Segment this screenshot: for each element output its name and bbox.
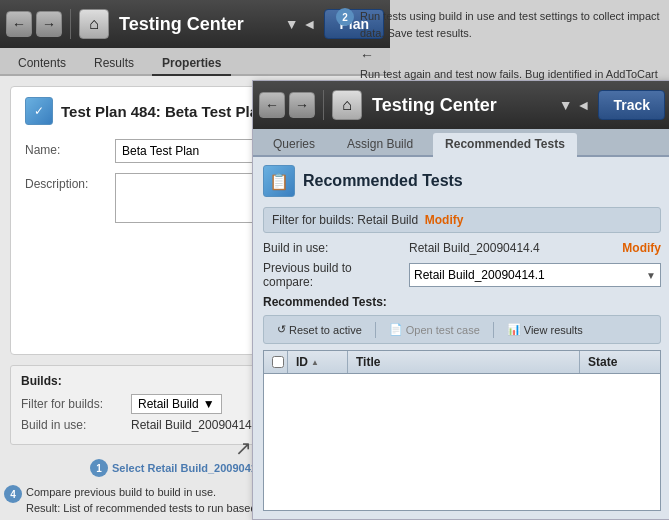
prev-build-row: Previous build to compare: Retail Build_…: [263, 261, 661, 289]
back-button[interactable]: ←: [6, 11, 32, 37]
right-panel: ← → ⌂ Testing Center ▼ ◄ Track Queries A…: [252, 80, 669, 520]
callout-2-line1: Run tests using build in use and test se…: [360, 8, 664, 41]
right-toolbar: ← → ⌂ Testing Center ▼ ◄ Track: [253, 81, 669, 129]
filter-builds-value: Retail Build: [138, 397, 199, 411]
reset-icon: ↺: [277, 323, 286, 336]
card-title: Test Plan 484: Beta Test Plan: [61, 103, 267, 120]
th-id-label: ID: [296, 355, 308, 369]
right-toolbar-nav[interactable]: ◄: [577, 97, 591, 113]
callout-1-circle: 1: [90, 459, 108, 477]
tab-contents[interactable]: Contents: [8, 52, 76, 76]
callout-1-text: Select Retail Build_20090414.1: [112, 462, 272, 474]
rec-title: Recommended Tests: [303, 172, 463, 190]
open-test-label: Open test case: [406, 324, 480, 336]
right-toolbar-separator: [323, 90, 324, 120]
build-in-use-label: Build in use:: [263, 241, 403, 255]
rec-tests-label: Recommended Tests:: [263, 295, 661, 309]
name-label: Name:: [25, 139, 115, 157]
th-state[interactable]: State: [580, 351, 660, 373]
right-toolbar-title: Testing Center: [372, 95, 555, 116]
track-badge: Track: [598, 90, 665, 120]
sort-arrow: ▲: [311, 358, 319, 367]
prev-build-dropdown-arrow: ▼: [646, 270, 656, 281]
tab-assign-build[interactable]: Assign Build: [335, 133, 425, 157]
right-home-button[interactable]: ⌂: [332, 90, 362, 120]
test-plan-icon: [25, 97, 53, 125]
callout-2-arrow: ←: [360, 45, 664, 66]
filter-bar-text: Filter for builds: Retail Build: [272, 213, 418, 227]
table-header: ID ▲ Title State: [264, 351, 660, 374]
rec-table: ID ▲ Title State: [263, 350, 661, 511]
prev-build-label: Previous build to compare:: [263, 261, 403, 289]
th-title-label: Title: [356, 355, 380, 369]
left-toolbar-title: Testing Center: [119, 14, 281, 35]
right-toolbar-dropdown[interactable]: ▼: [559, 97, 573, 113]
action-separator-1: [375, 322, 376, 338]
filter-bar: Filter for builds: Retail Build Modify: [263, 207, 661, 233]
toolbar-separator: [70, 9, 71, 39]
toolbar-dropdown-arrow[interactable]: ▼: [285, 16, 299, 32]
reset-label: Reset to active: [289, 324, 362, 336]
reset-active-button[interactable]: ↺ Reset to active: [270, 320, 369, 339]
open-test-icon: 📄: [389, 323, 403, 336]
th-id[interactable]: ID ▲: [288, 351, 348, 373]
action-separator-2: [493, 322, 494, 338]
build-in-use-value: Retail Build_20090414.4: [409, 241, 612, 255]
rec-header: 📋 Recommended Tests: [263, 165, 661, 197]
filter-dropdown-arrow: ▼: [203, 397, 215, 411]
view-results-button[interactable]: 📊 View results: [500, 320, 590, 339]
tab-recommended-tests[interactable]: Recommended Tests: [433, 133, 577, 157]
th-checkbox: [264, 351, 288, 373]
filter-builds-label: Filter for builds:: [21, 397, 131, 411]
build-in-use-row: Build in use: Retail Build_20090414.4 Mo…: [263, 241, 661, 255]
build-in-use-value: Retail Build_20090414.1: [131, 418, 262, 432]
view-results-icon: 📊: [507, 323, 521, 336]
filter-builds-dropdown[interactable]: Retail Build ▼: [131, 394, 222, 414]
select-all-checkbox[interactable]: [272, 356, 284, 368]
callout-2-circle: 2: [336, 8, 354, 26]
right-content: 📋 Recommended Tests Filter for builds: R…: [253, 157, 669, 519]
tab-results[interactable]: Results: [84, 52, 144, 76]
build-in-use-label: Build in use:: [21, 418, 131, 432]
prev-build-dropdown[interactable]: Retail Build_20090414.1 ▼: [409, 263, 661, 287]
open-test-case-button[interactable]: 📄 Open test case: [382, 320, 487, 339]
th-state-label: State: [588, 355, 617, 369]
prev-build-value: Retail Build_20090414.1: [414, 268, 545, 282]
tab-queries[interactable]: Queries: [261, 133, 327, 157]
tab-properties[interactable]: Properties: [152, 52, 231, 76]
filter-modify-link[interactable]: Modify: [425, 213, 464, 227]
rec-icon: 📋: [263, 165, 295, 197]
view-results-label: View results: [524, 324, 583, 336]
right-forward-button[interactable]: →: [289, 92, 315, 118]
build-in-use-modify-link[interactable]: Modify: [622, 241, 661, 255]
th-title[interactable]: Title: [348, 351, 580, 373]
right-tabs: Queries Assign Build Recommended Tests: [253, 129, 669, 157]
mid-arrow: ↗: [235, 436, 252, 460]
description-label: Description:: [25, 173, 115, 191]
right-back-button[interactable]: ←: [259, 92, 285, 118]
forward-button[interactable]: →: [36, 11, 62, 37]
toolbar-nav-arrow[interactable]: ◄: [303, 16, 317, 32]
home-button[interactable]: ⌂: [79, 9, 109, 39]
actions-bar: ↺ Reset to active 📄 Open test case 📊 Vie…: [263, 315, 661, 344]
callout-4-circle: 4: [4, 485, 22, 503]
